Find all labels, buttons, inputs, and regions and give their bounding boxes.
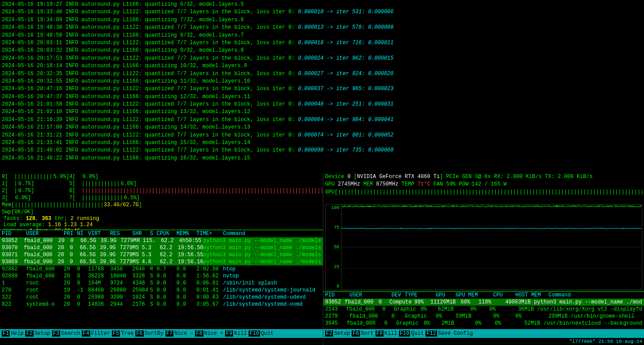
col-header-pri: PRI [64,231,77,237]
cpu-bar-row: 5[||||||||||||6.0%] [69,180,323,187]
nvtop-status-bar: "i77700k" 21:56 16-aug-24 [323,338,644,345]
nvtop-hotkey-item[interactable]: F9Kill [376,330,398,337]
process-row: 92882 fbald_000 20 0 11788 3456 2048 R 0… [0,265,323,273]
process-row: 322 root 20 0 26980 3200 1024 S 0.0 0.0 … [0,294,323,301]
swp-bar-row: Swp[0K/0K] [2,209,321,216]
col-header-user: USER [26,231,64,237]
cpu-bar-row: 0[||||||||||||5.9%] [2,173,69,180]
chart-content: GPU0 % GPU0 mem% [341,205,642,290]
gpu-process-row: 2279 fbald_000 0 Graphic 0% 59MiB 0% 0% … [323,313,644,320]
log-line: 2024-05-16 20:32:35 INFO autoround.py L1… [2,70,642,78]
col-header-cpu: CPU% [157,231,176,237]
gpu-process-row: 93052 fbald_000 0 Compute 99% 11126MiB 6… [323,299,644,306]
log-line: 2024-05-16 19:48:30 INFO autoround.py L1… [2,24,642,31]
col-header-res: RES [110,231,132,237]
log-line: 2024-05-16 20:47:37 INFO autoround.py L1… [2,93,642,101]
log-line: 2024-05-16 21:31:41 INFO autoround.py L1… [2,139,642,147]
chart-y-axis: 100 75 50 25 0 [326,205,341,290]
log-line: 2024-05-16 19:48:50 INFO autoround.py L1… [2,32,642,39]
col-header-cmd: Command [223,231,321,237]
gpu-stats-line: GPU 2745MHz MEM 8750MHz TEMP 71°C FAN 59… [325,181,642,188]
nvtop-status-text: "i77700k" 21:56 16-aug-24 [569,339,642,344]
gpu-chart-area: 100 75 50 25 0 GPU0 % GPU0 mem% [325,204,642,290]
col-header-shr: SHR [132,231,150,237]
htop-status-bar [0,338,323,345]
log-line: 2024-05-16 19:33:48 INFO autoround.py L1… [2,8,642,16]
cpu-bar-row: 2[|0.7%] [2,187,69,194]
col-header-mem: MEM% [176,231,196,237]
log-line: 2024-05-16 21:02:18 INFO autoround.py L1… [2,108,642,116]
log-line: 2024-05-16 21:46:22 INFO autoround.py L1… [2,155,642,162]
process-row: 93070 fbald_000 20 0 66.5G 39.9G 7279M S… [0,244,323,251]
process-row: 93052 fbald_000 20 0 66.5G 39.9G 7279M R… [0,237,323,244]
log-line: 2024-05-16 20:32:55 INFO autoround.py L1… [2,78,642,85]
process-row: 93069 fbald_000 20 0 66.5G 39.9G 7279M S… [0,258,323,265]
log-line: 2024-05-16 21:31:21 INFO autoround.py L1… [2,132,642,139]
cpu-bar-row: 6[||||||||||||||||||||||||||||||||||||||… [69,187,323,194]
nvtop-hotkey-item[interactable]: F2Setup [325,330,351,337]
nvtop-hotkey-item[interactable]: F12Save Config [426,330,474,337]
hotkey-item[interactable]: F7Nice - [165,330,195,337]
log-line: 2024-05-16 20:17:53 INFO autoround.py L1… [2,55,642,62]
nvtop-hotkey-item[interactable]: F6Sort [352,330,374,337]
hotkey-item[interactable]: F1Help [2,330,24,337]
log-line: 2024-05-16 20:03:11 INFO autoround.py L1… [2,39,642,47]
process-table: 93052 fbald_000 20 0 66.5G 39.9G 7279M R… [0,237,323,329]
process-row: 822 systemd-o 20 0 14836 2944 2176 S 0.0… [0,301,323,308]
gpu-proc-header: PID USER DEV TYPE GPU GPU MEM CPU HOST M… [323,291,644,299]
nvtop-hotkey-bar: F2SetupF6SortF9KillF10QuitF12Save Config [323,329,644,338]
hotkey-item[interactable]: F3Search [52,330,81,337]
mem-bar-row: Mem[|||||||||||||||||||||||||||| 33.4G/6… [2,201,321,209]
col-header-s: S [150,231,157,237]
process-row: 92899 fbald_000 20 0 38228 18048 3328 S … [0,273,323,280]
log-line: 2024-05-16 20:47:16 INFO autoround.py L1… [2,85,642,93]
hotkey-item[interactable]: F10Quit [249,330,274,337]
process-row: 270 root 19 -1 88468 26880 25984 S 0.0 0… [0,287,323,294]
cpu-bar-row: 4[0.0%] [69,173,323,180]
col-header-ni: NI [77,231,88,237]
col-header-pid: PID [2,231,26,237]
log-line: 2024-05-16 21:16:39 INFO autoround.py L1… [2,116,642,124]
tasks-info: Tasks: 128, 363 thr; 2 running Load aver… [2,216,321,230]
cpu-bar-row: 3[0.0%] [2,194,69,201]
htop-header: 0[||||||||||||5.9%]1[|0.7%]2[|0.7%]3[0.0… [0,172,323,230]
hotkey-item[interactable]: F9Kill [225,330,248,337]
gpu-header: Device 0 [NVIDIA GeForce RTX 4060 Ti] PC… [323,172,644,203]
hotkey-item[interactable]: F8Nice + [195,330,224,337]
log-line: 2024-05-16 21:01:58 INFO autoround.py L1… [2,101,642,108]
htop-panel: 0[||||||||||||5.9%]1[|0.7%]2[|0.7%]3[0.0… [0,172,323,345]
gpu-process-table: 93052 fbald_000 0 Compute 99% 11126MiB 6… [323,299,644,327]
hotkey-item[interactable]: F6SortBy [135,330,165,337]
log-line: 2024-05-16 19:19:27 INFO autoround.py L1… [2,1,642,8]
gpu-process-row: 3645 fbald_000 0 Graphic 0% 2MiB 0% 0% 5… [323,320,644,327]
gpu-process-section: PID USER DEV TYPE GPU GPU MEM CPU HOST M… [323,291,644,329]
process-table-header: PID USER PRI NI VIRT RES SHR S CPU% MEM%… [0,230,323,237]
log-line: 2024-05-16 20:03:32 INFO autoround.py L1… [2,47,642,54]
process-row: 93071 fbald_000 20 0 66.5G 39.9G 7279M S… [0,251,323,258]
log-line: 2024-05-16 19:34:09 INFO autoround.py L1… [2,16,642,24]
nvtop-panel: Device 0 [NVIDIA GeForce RTX 4060 Ti] PC… [323,172,644,345]
gpu-util-bar: GPU[||||||||||||||||||||||||||||||||||||… [325,189,642,196]
log-line: 2024-05-16 21:17:00 INFO autoround.py L1… [2,124,642,131]
log-line: 2024-05-16 21:46:02 INFO autoround.py L1… [2,147,642,154]
process-row: 1 root 20 0 164M 9724 4348 S 0.0 0.0 0:0… [0,280,323,287]
terminal-log: 2024-05-16 19:19:27 INFO autoround.py L1… [0,0,644,172]
col-header-virt: VIRT [88,231,110,237]
hotkey-item[interactable]: F5Tree [112,330,134,337]
cpu-bar-row: 1[|0.7%] [2,180,69,187]
gpu-process-row: 2143 fbald_000 0 Graphic 0% 62MiB 0% 0% … [323,306,644,313]
log-line: 2024-05-16 20:18:14 INFO autoround.py L1… [2,62,642,70]
hotkey-item[interactable]: F2Setup [25,330,51,337]
gpu-device-line: Device 0 [NVIDIA GeForce RTX 4060 Ti] PC… [325,173,642,181]
nvtop-hotkey-item[interactable]: F10Quit [399,330,425,337]
cpu-bar-row: 7[|||||||||||||6.5%] [69,194,323,201]
htop-hotkey-bar: F1HelpF2SetupF3SearchF4FilterF5TreeF6Sor… [0,329,323,338]
col-header-time: TIME+ [196,231,223,237]
hotkey-item[interactable]: F4Filter [82,330,111,337]
